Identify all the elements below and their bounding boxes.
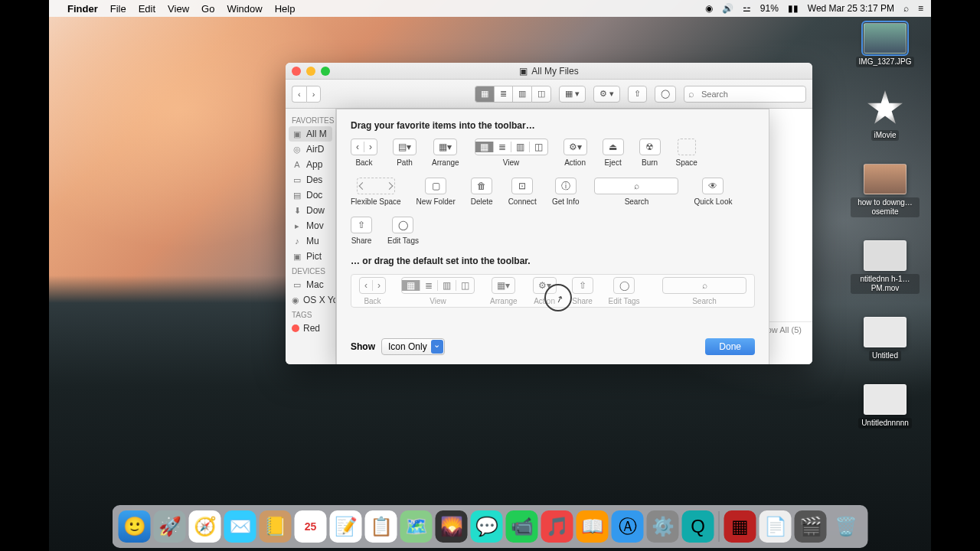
minimize-button[interactable] (306, 67, 315, 76)
dock-maps[interactable]: 🗺️ (400, 510, 433, 543)
spotlight-icon[interactable]: ⌕ (903, 3, 909, 14)
clock[interactable]: Wed Mar 25 3:17 PM (808, 3, 894, 14)
toolbar: ‹ › ▦ ≣ ▥ ◫ ▦ ▾ ⚙ ▾ ⇧ ◯ (286, 80, 812, 109)
menu-help[interactable]: Help (275, 3, 296, 15)
close-button[interactable] (292, 67, 301, 76)
sync-icon[interactable]: ◉ (705, 3, 713, 14)
dock-photos[interactable]: 🌄 (436, 510, 468, 543)
palette-space[interactable]: Space (676, 139, 697, 167)
sidebar-devices-header: Devices (286, 264, 335, 277)
wifi-icon[interactable]: ⚍ (743, 3, 751, 14)
sidebar-item-mac[interactable]: ▭Mac (286, 277, 335, 292)
dock-messages[interactable]: 💬 (471, 510, 503, 543)
arrange-button[interactable]: ▦ ▾ (559, 86, 586, 103)
search-input[interactable] (684, 86, 806, 103)
dock-notes[interactable]: 📝 (330, 510, 362, 543)
dock-finder[interactable]: 🙂 (119, 510, 151, 543)
sidebar-item-airdrop[interactable]: ◎AirD (286, 142, 335, 157)
palette-action[interactable]: ⚙▾Action (564, 139, 587, 167)
sidebar-item-pictures[interactable]: ▣Pict (286, 249, 335, 264)
palette-arrange[interactable]: ▦▾Arrange (432, 139, 459, 167)
palette-delete[interactable]: 🗑Delete (471, 178, 493, 206)
palette-path[interactable]: ▤▾Path (393, 139, 416, 167)
back-forward[interactable]: ‹ › (292, 86, 321, 103)
battery-icon[interactable]: ▮▮ (788, 3, 799, 14)
default-toolbar-set[interactable]: ‹›Back ▦≣▥◫View ▦▾Arrange ⚙▾Action ⇧Shar… (351, 274, 755, 308)
sheet-heading-default: … or drag the default set into the toolb… (351, 256, 755, 266)
sidebar-item-osx[interactable]: ◉OS X Yosemite (286, 292, 335, 308)
menu-view[interactable]: View (168, 3, 189, 15)
sidebar-favorites-header: Favorites (286, 113, 335, 126)
desktop-icon-imovie[interactable]: iMovie (867, 90, 903, 141)
proxy-icon: ▣ (519, 66, 528, 77)
coverflow-view-button[interactable]: ◫ (531, 86, 551, 103)
titlebar[interactable]: ▣All My Files (286, 63, 812, 80)
dock-mail[interactable]: ✉️ (224, 510, 256, 543)
search-field[interactable] (684, 86, 806, 103)
forward-button[interactable]: › (306, 86, 322, 103)
palette-eject[interactable]: ⏏Eject (603, 139, 624, 167)
sidebar-item-downloads[interactable]: ⬇Dow (286, 203, 335, 218)
desktop-icon[interactable]: Untitled (864, 317, 906, 361)
palette-connect[interactable]: ⊡Connect (508, 178, 537, 206)
notification-center-icon[interactable]: ≡ (918, 3, 923, 14)
dock-ibooks[interactable]: 📖 (577, 510, 609, 543)
desktop-icon[interactable]: IMG_1327.JPG (856, 23, 915, 67)
desktop-icon[interactable]: ntitlednn h-1…PM.mov (851, 240, 920, 294)
column-view-button[interactable]: ▥ (512, 86, 531, 103)
palette-share[interactable]: ⇧Share (351, 217, 372, 245)
sidebar-item-movies[interactable]: ▸Mov (286, 218, 335, 233)
dock-calendar[interactable]: 25 (295, 510, 327, 543)
share-button[interactable]: ⇧ (628, 86, 647, 103)
palette-flexible-space[interactable]: Flexible Space (351, 178, 401, 206)
palette-get-info[interactable]: ⓘGet Info (552, 178, 580, 206)
icon-view-button[interactable]: ▦ (475, 86, 494, 103)
palette-new-folder[interactable]: ▢New Folder (416, 178, 456, 206)
edit-tags-button[interactable]: ◯ (655, 86, 676, 103)
dock-imovie[interactable]: 🎬 (795, 510, 827, 543)
menu-go[interactable]: Go (201, 3, 214, 15)
sidebar-item-documents[interactable]: ▤Doc (286, 187, 335, 203)
sidebar-tags-header: Tags (286, 308, 335, 321)
dock: 🙂 🚀 🧭 ✉️ 📒 25 📝 📋 🗺️ 🌄 💬 📹 🎵 📖 Ⓐ ⚙️ Q ▦ … (113, 505, 868, 548)
sidebar-item-desktop[interactable]: ▭Des (286, 172, 335, 187)
dock-appstore[interactable]: Ⓐ (612, 510, 644, 543)
palette-back[interactable]: ‹›Back (351, 139, 377, 167)
dock-quicktime[interactable]: Q (682, 510, 714, 543)
sidebar-item-music[interactable]: ♪Mu (286, 233, 335, 249)
list-view-button[interactable]: ≣ (494, 86, 512, 103)
volume-icon[interactable]: 🔊 (722, 3, 733, 14)
palette-search[interactable]: ⌕Search (594, 178, 678, 206)
dock-textedit[interactable]: 📄 (760, 510, 792, 543)
palette-burn[interactable]: ☢Burn (639, 139, 661, 167)
done-button[interactable]: Done (705, 338, 755, 355)
desktop-icon[interactable]: Untitlednnnnn (858, 384, 912, 429)
dock-reminders[interactable]: 📋 (365, 510, 397, 543)
dock-launchpad[interactable]: 🚀 (154, 510, 186, 543)
palette-edit-tags[interactable]: ◯Edit Tags (387, 217, 419, 245)
menu-edit[interactable]: Edit (139, 3, 155, 15)
dock-itunes[interactable]: 🎵 (541, 510, 573, 543)
sidebar-item-applications[interactable]: AApp (286, 157, 335, 172)
sidebar-tag-red[interactable]: Red (286, 321, 335, 336)
dock-app[interactable]: ▦ (724, 510, 756, 543)
app-name[interactable]: Finder (67, 3, 98, 15)
toolbar-palette: ‹›Back ▤▾Path ▦▾Arrange ▦≣▥◫View ⚙▾Actio… (351, 139, 755, 245)
zoom-button[interactable] (321, 67, 330, 76)
back-button[interactable]: ‹ (292, 86, 306, 103)
menu-file[interactable]: File (110, 3, 126, 15)
dock-trash[interactable]: 🗑️ (830, 510, 862, 543)
show-mode-select[interactable]: Icon Only (381, 338, 445, 355)
dock-contacts[interactable]: 📒 (260, 510, 292, 543)
dock-facetime[interactable]: 📹 (506, 510, 538, 543)
palette-quick-look[interactable]: 👁Quick Look (694, 178, 732, 206)
view-switcher[interactable]: ▦ ≣ ▥ ◫ (475, 86, 551, 103)
sidebar-item-all-my-files[interactable]: ▣All M (289, 126, 332, 142)
dock-safari[interactable]: 🧭 (189, 510, 221, 543)
sidebar: Favorites ▣All M ◎AirD AApp ▭Des ▤Doc ⬇D… (286, 109, 336, 364)
palette-view[interactable]: ▦≣▥◫View (475, 139, 548, 167)
menu-window[interactable]: Window (227, 3, 262, 15)
action-button[interactable]: ⚙ ▾ (593, 86, 620, 103)
desktop-icon[interactable]: how to downg…osemite (851, 164, 920, 217)
dock-preferences[interactable]: ⚙️ (647, 510, 679, 543)
